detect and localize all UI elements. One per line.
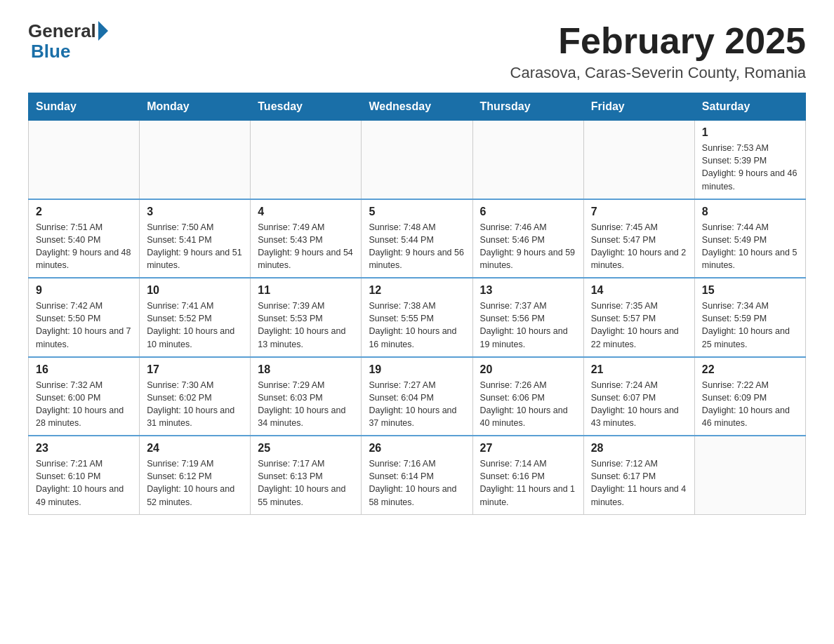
calendar-cell: 26Sunrise: 7:16 AM Sunset: 6:14 PM Dayli… (362, 436, 472, 514)
logo-general-text: General (28, 22, 96, 40)
weekday-header-monday: Monday (140, 93, 251, 121)
day-number: 11 (258, 284, 354, 297)
calendar-cell: 24Sunrise: 7:19 AM Sunset: 6:12 PM Dayli… (140, 436, 251, 514)
day-number: 28 (591, 442, 687, 455)
calendar-cell: 16Sunrise: 7:32 AM Sunset: 6:00 PM Dayli… (29, 357, 140, 436)
day-number: 15 (702, 284, 798, 297)
day-number: 16 (36, 363, 132, 376)
day-info: Sunrise: 7:45 AM Sunset: 5:47 PM Dayligh… (591, 221, 687, 272)
day-info: Sunrise: 7:46 AM Sunset: 5:46 PM Dayligh… (480, 221, 576, 272)
day-number: 19 (369, 363, 465, 376)
day-info: Sunrise: 7:41 AM Sunset: 5:52 PM Dayligh… (147, 300, 243, 351)
day-info: Sunrise: 7:44 AM Sunset: 5:49 PM Dayligh… (702, 221, 798, 272)
calendar-cell (362, 121, 472, 199)
calendar-cell: 13Sunrise: 7:37 AM Sunset: 5:56 PM Dayli… (472, 278, 583, 357)
day-info: Sunrise: 7:42 AM Sunset: 5:50 PM Dayligh… (36, 300, 132, 351)
day-number: 7 (591, 206, 687, 218)
calendar-cell (29, 121, 140, 199)
calendar-body: 1Sunrise: 7:53 AM Sunset: 5:39 PM Daylig… (29, 121, 806, 515)
day-info: Sunrise: 7:49 AM Sunset: 5:43 PM Dayligh… (258, 221, 354, 272)
day-info: Sunrise: 7:39 AM Sunset: 5:53 PM Dayligh… (258, 300, 354, 351)
calendar-week-row: 16Sunrise: 7:32 AM Sunset: 6:00 PM Dayli… (29, 357, 806, 436)
calendar-week-row: 1Sunrise: 7:53 AM Sunset: 5:39 PM Daylig… (29, 121, 806, 199)
calendar-cell (583, 121, 694, 199)
logo-top: General (28, 21, 110, 41)
calendar-cell: 10Sunrise: 7:41 AM Sunset: 5:52 PM Dayli… (140, 278, 251, 357)
day-number: 9 (36, 284, 132, 297)
day-number: 14 (591, 284, 687, 297)
weekday-header-row: SundayMondayTuesdayWednesdayThursdayFrid… (29, 93, 806, 121)
day-number: 5 (369, 206, 465, 218)
day-info: Sunrise: 7:48 AM Sunset: 5:44 PM Dayligh… (369, 221, 465, 272)
day-info: Sunrise: 7:51 AM Sunset: 5:40 PM Dayligh… (36, 221, 132, 272)
calendar-table: SundayMondayTuesdayWednesdayThursdayFrid… (28, 93, 806, 515)
day-number: 18 (258, 363, 354, 376)
day-number: 1 (702, 126, 798, 139)
calendar-cell: 6Sunrise: 7:46 AM Sunset: 5:46 PM Daylig… (472, 199, 583, 279)
calendar-cell (472, 121, 583, 199)
day-number: 26 (369, 442, 465, 455)
calendar-week-row: 23Sunrise: 7:21 AM Sunset: 6:10 PM Dayli… (29, 436, 806, 514)
logo-blue-text: Blue (31, 41, 70, 62)
day-info: Sunrise: 7:24 AM Sunset: 6:07 PM Dayligh… (591, 379, 687, 430)
day-info: Sunrise: 7:53 AM Sunset: 5:39 PM Dayligh… (702, 142, 798, 193)
calendar-cell: 28Sunrise: 7:12 AM Sunset: 6:17 PM Dayli… (583, 436, 694, 514)
day-number: 27 (480, 442, 576, 455)
day-info: Sunrise: 7:32 AM Sunset: 6:00 PM Dayligh… (36, 379, 132, 430)
day-number: 22 (702, 363, 798, 376)
calendar-cell: 5Sunrise: 7:48 AM Sunset: 5:44 PM Daylig… (362, 199, 472, 279)
calendar-cell: 20Sunrise: 7:26 AM Sunset: 6:06 PM Dayli… (472, 357, 583, 436)
calendar-cell: 15Sunrise: 7:34 AM Sunset: 5:59 PM Dayli… (694, 278, 805, 357)
title-section: February 2025 Carasova, Caras-Severin Co… (510, 21, 806, 82)
month-title: February 2025 (510, 21, 806, 61)
day-number: 3 (147, 206, 243, 218)
calendar-cell: 4Sunrise: 7:49 AM Sunset: 5:43 PM Daylig… (251, 199, 362, 279)
page-header: General Blue February 2025 Carasova, Car… (28, 21, 806, 82)
weekday-header-saturday: Saturday (694, 93, 805, 121)
calendar-cell: 11Sunrise: 7:39 AM Sunset: 5:53 PM Dayli… (251, 278, 362, 357)
calendar-week-row: 2Sunrise: 7:51 AM Sunset: 5:40 PM Daylig… (29, 199, 806, 279)
weekday-header-friday: Friday (583, 93, 694, 121)
logo-arrow-icon (98, 21, 108, 41)
day-info: Sunrise: 7:26 AM Sunset: 6:06 PM Dayligh… (480, 379, 576, 430)
calendar-cell: 19Sunrise: 7:27 AM Sunset: 6:04 PM Dayli… (362, 357, 472, 436)
day-number: 17 (147, 363, 243, 376)
logo: General Blue (28, 21, 110, 62)
calendar-cell: 22Sunrise: 7:22 AM Sunset: 6:09 PM Dayli… (694, 357, 805, 436)
calendar-week-row: 9Sunrise: 7:42 AM Sunset: 5:50 PM Daylig… (29, 278, 806, 357)
calendar-cell: 17Sunrise: 7:30 AM Sunset: 6:02 PM Dayli… (140, 357, 251, 436)
calendar-cell: 25Sunrise: 7:17 AM Sunset: 6:13 PM Dayli… (251, 436, 362, 514)
weekday-header-thursday: Thursday (472, 93, 583, 121)
location-text: Carasova, Caras-Severin County, Romania (510, 64, 806, 82)
calendar-cell (694, 436, 805, 514)
day-info: Sunrise: 7:19 AM Sunset: 6:12 PM Dayligh… (147, 457, 243, 509)
calendar-cell: 12Sunrise: 7:38 AM Sunset: 5:55 PM Dayli… (362, 278, 472, 357)
calendar-cell: 14Sunrise: 7:35 AM Sunset: 5:57 PM Dayli… (583, 278, 694, 357)
day-number: 25 (258, 442, 354, 455)
day-info: Sunrise: 7:35 AM Sunset: 5:57 PM Dayligh… (591, 300, 687, 351)
day-number: 13 (480, 284, 576, 297)
calendar-cell: 9Sunrise: 7:42 AM Sunset: 5:50 PM Daylig… (29, 278, 140, 357)
day-info: Sunrise: 7:16 AM Sunset: 6:14 PM Dayligh… (369, 457, 465, 509)
day-info: Sunrise: 7:14 AM Sunset: 6:16 PM Dayligh… (480, 457, 576, 509)
day-info: Sunrise: 7:17 AM Sunset: 6:13 PM Dayligh… (258, 457, 354, 509)
day-info: Sunrise: 7:27 AM Sunset: 6:04 PM Dayligh… (369, 379, 465, 430)
calendar-cell: 1Sunrise: 7:53 AM Sunset: 5:39 PM Daylig… (694, 121, 805, 199)
calendar-cell: 27Sunrise: 7:14 AM Sunset: 6:16 PM Dayli… (472, 436, 583, 514)
day-number: 4 (258, 206, 354, 218)
calendar-header: SundayMondayTuesdayWednesdayThursdayFrid… (29, 93, 806, 121)
day-info: Sunrise: 7:30 AM Sunset: 6:02 PM Dayligh… (147, 379, 243, 430)
calendar-cell: 2Sunrise: 7:51 AM Sunset: 5:40 PM Daylig… (29, 199, 140, 279)
day-info: Sunrise: 7:34 AM Sunset: 5:59 PM Dayligh… (702, 300, 798, 351)
day-number: 8 (702, 206, 798, 218)
calendar-cell: 21Sunrise: 7:24 AM Sunset: 6:07 PM Dayli… (583, 357, 694, 436)
calendar-cell: 3Sunrise: 7:50 AM Sunset: 5:41 PM Daylig… (140, 199, 251, 279)
day-number: 6 (480, 206, 576, 218)
day-number: 20 (480, 363, 576, 376)
day-info: Sunrise: 7:50 AM Sunset: 5:41 PM Dayligh… (147, 221, 243, 272)
day-number: 23 (36, 442, 132, 455)
weekday-header-tuesday: Tuesday (251, 93, 362, 121)
day-number: 10 (147, 284, 243, 297)
day-info: Sunrise: 7:21 AM Sunset: 6:10 PM Dayligh… (36, 457, 132, 509)
day-number: 12 (369, 284, 465, 297)
